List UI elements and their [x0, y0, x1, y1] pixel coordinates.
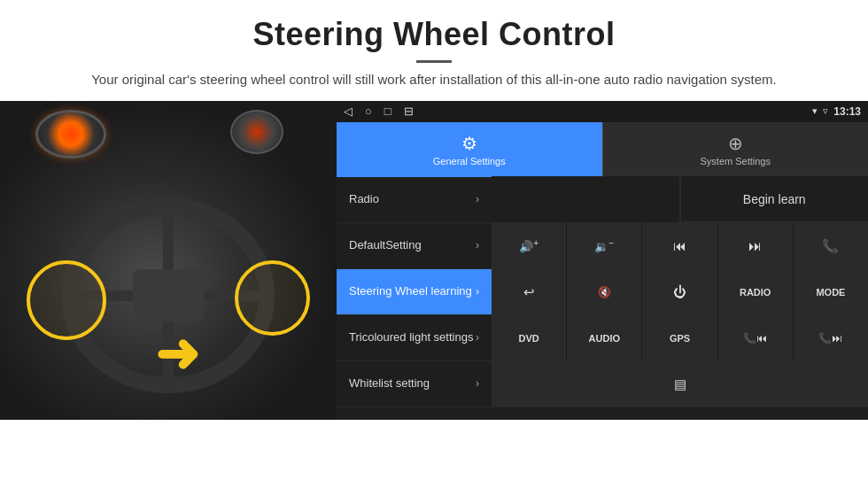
menu-item-steering[interactable]: Steering Wheel learning ›: [337, 269, 492, 315]
wifi-icon: ▿: [823, 105, 828, 117]
gps-button[interactable]: GPS: [642, 315, 717, 361]
gps-label: GPS: [670, 333, 690, 344]
tel-prev-icon: 📞⏮: [743, 332, 767, 345]
next-track-icon: ⏭: [748, 238, 762, 253]
prev-track-icon: ⏮: [673, 238, 686, 253]
volume-up-icon: 🔊+: [519, 238, 539, 253]
radio-text-button[interactable]: RADIO: [718, 269, 794, 315]
highlight-circle-left: [27, 260, 106, 340]
hang-up-icon: ↩: [523, 284, 535, 300]
next-track-button[interactable]: ⏭: [718, 223, 794, 269]
volume-down-button[interactable]: 🔉−: [567, 223, 642, 269]
menu-buttons-row: Radio › DefaultSetting › Steering Wheel …: [337, 177, 868, 420]
tab-general[interactable]: ⚙ General Settings: [337, 122, 602, 177]
tab-general-label: General Settings: [433, 156, 506, 166]
radio-text-label: RADIO: [740, 287, 771, 298]
menu-item-whitelist[interactable]: Whitelist setting ›: [337, 361, 492, 407]
volume-down-icon: 🔉−: [594, 238, 614, 253]
nav-home-icon[interactable]: ○: [365, 105, 372, 118]
chevron-right-icon: ›: [476, 285, 479, 298]
mute-icon: 🔇: [598, 286, 611, 298]
nav-menu-icon[interactable]: ⊟: [404, 105, 414, 118]
menu-item-tricolour-label: Tricoloured light settings: [349, 330, 476, 345]
dashboard-instrument-left: [35, 110, 106, 159]
tel-next-icon: 📞⏭: [818, 332, 842, 345]
chevron-right-icon: ›: [476, 239, 479, 252]
general-settings-icon: ⚙: [461, 133, 477, 154]
highlight-circle-right: [235, 260, 310, 336]
page-title: Steering Wheel Control: [53, 16, 815, 53]
dvd-label: DVD: [518, 333, 539, 344]
menu-item-radio[interactable]: Radio ›: [337, 177, 492, 223]
nav-buttons: ◁ ○ □ ⊟: [344, 105, 414, 118]
page-header: Steering Wheel Control Your original car…: [0, 0, 868, 101]
begin-learn-button[interactable]: Begin learn: [680, 176, 869, 222]
status-icons: ▾ ▿ 13:13: [812, 105, 861, 118]
screen-icon: ▤: [674, 376, 686, 392]
mode-text-label: MODE: [816, 287, 845, 298]
chevron-right-icon: ›: [476, 377, 479, 390]
signal-icon: ▾: [812, 105, 818, 117]
menu-item-whitelist-label: Whitelist setting: [349, 376, 476, 391]
tab-system-label: System Settings: [701, 156, 771, 166]
phone-button[interactable]: 📞: [794, 223, 868, 269]
tab-bar: ⚙ General Settings ⊕ System Settings: [337, 122, 868, 177]
empty-cell: [492, 176, 680, 222]
arrow-indicator: ➜: [155, 322, 199, 384]
button-row-2: ↩ 🔇 ⏻ RADIO MODE: [492, 269, 868, 315]
button-row-4: ▤: [492, 361, 868, 407]
chevron-right-icon: ›: [476, 331, 479, 344]
android-panel: ◁ ○ □ ⊟ ▾ ▿ 13:13 ⚙ General Settings ⊕ S…: [337, 101, 868, 420]
menu-item-default[interactable]: DefaultSetting ›: [337, 223, 492, 269]
dvd-button[interactable]: DVD: [492, 315, 567, 361]
dashboard-instrument-right: [230, 110, 283, 154]
system-settings-icon: ⊕: [728, 133, 743, 154]
nav-recent-icon[interactable]: □: [384, 105, 391, 118]
nav-back-icon[interactable]: ◁: [344, 105, 353, 118]
button-row-3: DVD AUDIO GPS 📞⏮ 📞⏭: [492, 315, 868, 361]
mute-button[interactable]: 🔇: [567, 269, 642, 315]
menu-item-radio-label: Radio: [349, 192, 476, 207]
chevron-right-icon: ›: [476, 193, 479, 205]
power-icon: ⏻: [673, 284, 686, 299]
screen-button[interactable]: ▤: [492, 361, 868, 407]
tab-system[interactable]: ⊕ System Settings: [602, 122, 869, 177]
audio-button[interactable]: AUDIO: [567, 315, 642, 361]
menu-item-default-label: DefaultSetting: [349, 238, 476, 253]
tel-next-button[interactable]: 📞⏭: [794, 315, 868, 361]
right-button-grid: Begin learn 🔊+ 🔉− ⏮ ⏭: [492, 177, 868, 420]
tel-prev-button[interactable]: 📞⏮: [718, 315, 794, 361]
title-divider: [416, 60, 452, 63]
status-bar: ◁ ○ □ ⊟ ▾ ▿ 13:13: [337, 101, 868, 122]
menu-item-tricolour[interactable]: Tricoloured light settings ›: [337, 315, 492, 361]
hang-up-button[interactable]: ↩: [492, 269, 567, 315]
audio-label: AUDIO: [589, 333, 620, 344]
car-image: ➜: [0, 101, 337, 420]
phone-icon: 📞: [822, 238, 839, 254]
volume-up-button[interactable]: 🔊+: [492, 223, 567, 269]
power-button[interactable]: ⏻: [642, 269, 717, 315]
prev-track-button[interactable]: ⏮: [642, 223, 717, 269]
left-menu: Radio › DefaultSetting › Steering Wheel …: [337, 177, 492, 420]
button-row-1: 🔊+ 🔉− ⏮ ⏭ 📞: [492, 223, 868, 269]
content-row: ➜ ◁ ○ □ ⊟ ▾ ▿ 13:13 ⚙ General Settings: [0, 101, 868, 420]
page-subtitle: Your original car's steering wheel contr…: [53, 70, 815, 90]
menu-item-steering-label: Steering Wheel learning: [349, 284, 476, 299]
mode-text-button[interactable]: MODE: [794, 269, 868, 315]
status-time: 13:13: [833, 105, 861, 118]
begin-learn-row: Begin learn: [492, 177, 868, 223]
